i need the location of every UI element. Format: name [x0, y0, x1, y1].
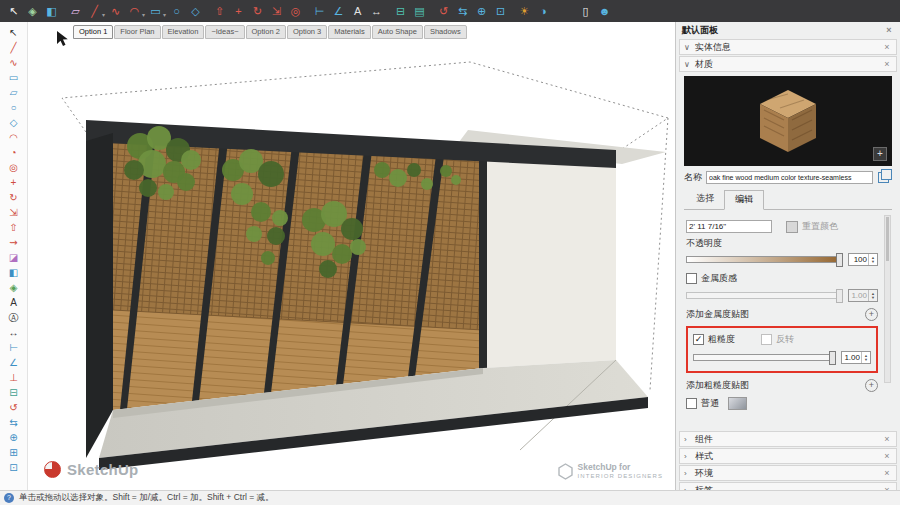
help-icon[interactable]: ?	[4, 493, 14, 503]
eraser-tool-icon[interactable]: ▱	[67, 2, 84, 20]
edit-area-scrollbar[interactable]	[884, 215, 891, 383]
viewport-3d[interactable]: Option 1Floor PlanElevation~Ideas~Option…	[28, 22, 675, 490]
scene-tab-floor-plan[interactable]: Floor Plan	[114, 25, 160, 39]
rotate-tool-icon[interactable]: ↻	[249, 2, 266, 20]
zoom-extents-icon[interactable]: ⊡	[492, 2, 509, 20]
pushpull-tool-icon[interactable]: ⇧	[211, 2, 228, 20]
roughness-slider[interactable]	[693, 354, 836, 361]
close-icon[interactable]: ×	[882, 42, 892, 52]
pushpull-tool-icon[interactable]: ⇧	[0, 220, 27, 235]
rotate-tool-icon[interactable]: ↻	[0, 190, 27, 205]
scene-tab-option-1[interactable]: Option 1	[73, 25, 113, 39]
chevron-down-icon[interactable]: ∨	[684, 43, 691, 52]
offset-tool-icon[interactable]: ◎	[287, 2, 304, 20]
close-icon[interactable]: ×	[882, 451, 892, 461]
close-icon[interactable]: ×	[882, 468, 892, 478]
zoom-window-icon[interactable]: ⊞	[0, 445, 27, 460]
orbit-tool-icon[interactable]: ↺	[435, 2, 452, 20]
rectangle-tool-icon[interactable]: ▭	[0, 70, 27, 85]
section-fill-icon[interactable]: ▤	[411, 2, 428, 20]
pan-tool-icon[interactable]: ⇆	[454, 2, 471, 20]
zoom-tool-icon[interactable]: ⊕	[0, 430, 27, 445]
dimension-tool-icon[interactable]: ↔	[0, 325, 27, 340]
paint-bucket-icon[interactable]: ◧	[43, 2, 60, 20]
tape-measure-icon[interactable]: ⊢	[311, 2, 328, 20]
scene-tab-option-3[interactable]: Option 3	[287, 25, 327, 39]
metalness-checkbox[interactable]	[686, 273, 697, 284]
select-tool-icon[interactable]: ↖	[5, 2, 22, 20]
panel-section-header[interactable]: ›标签×	[679, 482, 897, 490]
normal-checkbox[interactable]	[686, 398, 697, 409]
tab-edit[interactable]: 编辑	[724, 190, 764, 210]
shadows-toggle-icon[interactable]: ☀	[516, 2, 533, 20]
dimension-tool-icon[interactable]: ↔	[368, 2, 385, 20]
dropdown-caret-icon[interactable]: ▾	[163, 11, 166, 18]
section-header-materials[interactable]: ∨ 材质 ×	[679, 56, 897, 72]
material-name-input[interactable]	[706, 171, 873, 184]
add-roughness-map-button[interactable]: +	[865, 379, 878, 392]
opacity-value-box[interactable]: 100 ▲▼	[848, 253, 878, 266]
texture-size-input[interactable]	[686, 220, 772, 233]
make-component-icon[interactable]: ◈	[24, 2, 41, 20]
close-icon[interactable]: ×	[882, 59, 892, 69]
zoom-extents-icon[interactable]: ⊡	[0, 460, 27, 475]
spin-down-icon[interactable]: ▼	[871, 260, 875, 264]
paint-bucket-icon[interactable]: ◧	[0, 265, 27, 280]
close-icon[interactable]: ×	[884, 25, 894, 35]
invert-checkbox[interactable]	[761, 334, 772, 345]
spinner[interactable]: ▲▼	[868, 254, 877, 265]
section-header-entity-info[interactable]: ∨ 实体信息 ×	[679, 39, 897, 55]
panel-section-header[interactable]: ›组件×	[679, 431, 897, 447]
line-tool-icon[interactable]: ╱	[86, 2, 103, 20]
pie-tool-icon[interactable]: ◔	[0, 145, 27, 160]
section-plane-icon[interactable]: ⊟	[392, 2, 409, 20]
move-tool-icon[interactable]: +	[0, 175, 27, 190]
followme-tool-icon[interactable]: ⇝	[0, 235, 27, 250]
circle-tool-icon[interactable]: ○	[168, 2, 185, 20]
duplicate-material-icon[interactable]	[878, 172, 889, 183]
3d-text-tool-icon[interactable]: Ⓐ	[0, 310, 27, 325]
reset-color-label[interactable]: 重置颜色	[802, 220, 838, 233]
section-plane-icon[interactable]: ⊟	[0, 385, 27, 400]
eraser-tool-icon[interactable]: ◪	[0, 250, 27, 265]
scale-tool-icon[interactable]: ⇲	[268, 2, 285, 20]
line-tool-icon[interactable]: ╱	[0, 40, 27, 55]
panel-section-header[interactable]: ›环境×	[679, 465, 897, 481]
scene-tab-auto-shape[interactable]: Auto Shape	[372, 25, 423, 39]
material-preview[interactable]: +	[684, 76, 892, 166]
styles-icon[interactable]: ◑	[535, 2, 552, 20]
scale-tool-icon[interactable]: ⇲	[0, 205, 27, 220]
select-tool-icon[interactable]: ↖	[0, 25, 27, 40]
freehand-tool-icon[interactable]: ∿	[0, 55, 27, 70]
scene-tab-option-2[interactable]: Option 2	[246, 25, 286, 39]
tab-select[interactable]: 选择	[686, 190, 724, 209]
scene-tab--ideas-[interactable]: ~Ideas~	[205, 25, 244, 39]
offset-tool-icon[interactable]: ◎	[0, 160, 27, 175]
protractor-tool-icon[interactable]: ∠	[0, 355, 27, 370]
close-icon[interactable]: ×	[882, 434, 892, 444]
scene-tab-shadows[interactable]: Shadows	[424, 25, 467, 39]
slider-thumb[interactable]	[836, 253, 843, 267]
circle-tool-icon[interactable]: ○	[0, 100, 27, 115]
chevron-down-icon[interactable]: ∨	[684, 60, 691, 69]
protractor-icon[interactable]: ∠	[330, 2, 347, 20]
rotated-rectangle-icon[interactable]: ▱	[0, 85, 27, 100]
polygon-tool-icon[interactable]: ◇	[0, 115, 27, 130]
freehand-tool-icon[interactable]: ∿	[107, 2, 124, 20]
axes-tool-icon[interactable]: ⊥	[0, 370, 27, 385]
text-tool-icon[interactable]: A	[0, 295, 27, 310]
dropdown-caret-icon[interactable]: ▾	[142, 11, 145, 18]
scrollbar-thumb[interactable]	[886, 217, 889, 261]
tape-measure-icon[interactable]: ⊢	[0, 340, 27, 355]
color-swatch[interactable]	[786, 221, 798, 233]
document-icon[interactable]: ▯	[577, 2, 594, 20]
dropdown-caret-icon[interactable]: ▾	[102, 11, 105, 18]
zoom-tool-icon[interactable]: ⊕	[473, 2, 490, 20]
scene-tab-materials[interactable]: Materials	[328, 25, 370, 39]
roughness-value-box[interactable]: 1.00 ▲▼	[841, 351, 871, 364]
arc-tool-icon[interactable]: ◠	[0, 130, 27, 145]
add-metalness-map-button[interactable]: +	[865, 308, 878, 321]
polygon-tool-icon[interactable]: ◇	[187, 2, 204, 20]
make-component-icon[interactable]: ◈	[0, 280, 27, 295]
slider-thumb[interactable]	[829, 351, 836, 365]
